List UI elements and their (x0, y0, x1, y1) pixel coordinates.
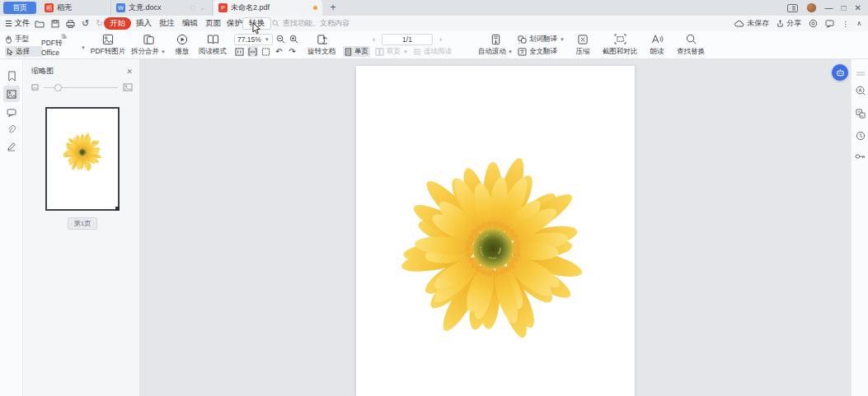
rotate-document-button[interactable]: 旋转文档 (303, 33, 340, 58)
share-button[interactable]: 分享 (777, 18, 801, 29)
translate-tools-button[interactable] (854, 107, 866, 119)
minimize-button[interactable]: — (825, 4, 833, 12)
ribbon-tab-home[interactable]: 开始 (104, 17, 131, 30)
tab-docer[interactable]: 稻 稻壳 (40, 0, 109, 16)
single-page-button[interactable]: 单页 (343, 46, 370, 57)
comments-panel-button[interactable] (3, 105, 20, 121)
pdf-to-office-button[interactable]: PDF转Office▼ (40, 33, 87, 58)
signature-panel-button[interactable] (3, 138, 20, 155)
rotate-left-icon: ↶ (275, 47, 282, 56)
close-button[interactable]: ✕ (855, 4, 861, 12)
read-aloud-button[interactable]: 朗读 (645, 33, 669, 58)
play-button[interactable]: 播放 (170, 33, 195, 58)
rotate-document-icon (317, 34, 327, 45)
full-translate-icon (518, 48, 527, 56)
unsaved-dot-indicator (313, 6, 317, 10)
cloud-save-status[interactable]: 未保存 (734, 18, 769, 29)
bookmark-icon (7, 71, 16, 82)
history-button[interactable] (854, 129, 866, 142)
feedback-message-icon[interactable] (825, 20, 834, 28)
prev-page-button[interactable]: ‹ (373, 35, 375, 44)
ribbon-toolbar: 手型 选择 PDF转Office▼ PDF转图片 拆分合并▼ 播放 阅读模式 7… (0, 31, 868, 59)
menu-bar: ☰ 文件 ↺ ↻ ▼ 开始 插入 批注 编辑 页面 保护 转换 查找功能、文档内… (0, 16, 868, 31)
open-folder-icon[interactable] (35, 20, 45, 28)
skin-settings-icon[interactable] (809, 19, 818, 28)
page-thumbnail-selected[interactable] (45, 107, 120, 211)
thumbnail-size-slider (31, 82, 133, 92)
paperclip-icon (7, 125, 16, 135)
right-tool-strip (851, 59, 868, 396)
auto-scroll-button[interactable]: 自动滚动▼ (475, 33, 516, 58)
new-tab-button[interactable]: + (326, 1, 340, 14)
zoom-in-button[interactable] (289, 34, 299, 44)
double-page-button[interactable]: 双页 ▼ (375, 46, 408, 57)
share-icon (777, 20, 784, 27)
screenshot-compare-icon (614, 34, 626, 44)
annotation-tools-button[interactable] (854, 150, 866, 162)
thumbnail-image-icon (7, 90, 16, 99)
fit-page-icon (261, 48, 270, 56)
rotate-right-button[interactable]: ↷ (287, 46, 298, 57)
fit-width-button[interactable] (247, 46, 258, 57)
attachments-panel-button[interactable] (3, 122, 20, 138)
full-translate-button[interactable]: 全文翻译 (518, 46, 569, 57)
chevron-down-icon: ▼ (265, 37, 270, 42)
maximize-button[interactable]: □ (842, 4, 847, 12)
play-icon (176, 34, 188, 45)
undo-icon[interactable]: ↺ (82, 18, 89, 29)
find-replace-button[interactable]: 查找替换 (673, 33, 709, 58)
document-canvas[interactable] (140, 59, 851, 396)
function-search-box[interactable]: 查找功能、文档内容 (272, 18, 350, 29)
menubar-right-cluster: 未保存 分享 ⋮ ∧ (734, 18, 861, 29)
print-icon[interactable] (66, 20, 75, 28)
view-tools-button[interactable] (854, 84, 866, 96)
small-thumbnail-icon (31, 84, 39, 91)
continuous-read-button[interactable]: 连续阅读 (413, 46, 452, 57)
file-menu[interactable]: ☰ 文件 (5, 18, 30, 29)
select-tool-button[interactable]: 选择 (5, 46, 43, 57)
thumbnails-panel-button[interactable] (3, 86, 20, 102)
pdf-page[interactable] (356, 66, 635, 396)
split-merge-button[interactable]: 拆分合并▼ (129, 33, 168, 58)
read-mode-button[interactable]: 阅读模式 (195, 33, 231, 58)
panel-close-icon[interactable]: ✕ (126, 68, 133, 76)
zoom-out-button[interactable] (275, 34, 286, 44)
compress-button[interactable]: 压缩 (570, 33, 595, 58)
left-panel-strip (0, 59, 23, 396)
pdf-doc-icon: P (218, 3, 228, 12)
dropdown-caret-icon: ▼ (161, 49, 166, 54)
pdf-to-image-button[interactable]: PDF转图片 (87, 33, 129, 58)
comment-icon (7, 109, 16, 117)
screenshot-compare-button[interactable]: 截图和对比 (597, 33, 643, 58)
strip-drag-handle[interactable] (854, 68, 866, 80)
wps-assistant-button[interactable] (832, 64, 848, 81)
circled-a-search-icon (856, 86, 866, 96)
dropdown-caret-icon: ▼ (508, 49, 513, 54)
tab-document-pdf-active[interactable]: P 未命名2.pdf (213, 0, 322, 16)
fit-page-button[interactable] (260, 46, 271, 57)
panel-title: 缩略图 (31, 66, 54, 77)
page-number-box[interactable]: 1/1 (382, 34, 433, 45)
hand-tool-button[interactable]: 手型 (5, 34, 43, 44)
tab-home[interactable]: 首页 (3, 2, 36, 14)
save-icon[interactable] (51, 20, 59, 28)
dropdown-caret-icon: ▼ (81, 45, 86, 50)
slider-track[interactable] (44, 87, 118, 88)
hand-icon (5, 35, 12, 44)
select-cursor-icon (7, 48, 13, 56)
actual-size-button[interactable] (234, 46, 245, 57)
tab-document-docx[interactable]: W 文竟.docx □ ⌄ (110, 0, 213, 16)
more-menu-icon[interactable]: ⋮ (842, 20, 849, 28)
slider-knob[interactable] (54, 84, 62, 91)
word-translate-button[interactable]: 划词翻译 ▼ (518, 34, 569, 44)
flower-thumbnail-image (63, 133, 102, 172)
large-thumbnail-icon (123, 83, 133, 91)
rotate-left-button[interactable]: ↶ (274, 46, 284, 57)
user-avatar[interactable] (806, 2, 817, 13)
side-panel-icon[interactable] (787, 4, 798, 12)
collapse-ribbon-icon[interactable]: ∧ (856, 20, 861, 27)
bookmarks-panel-button[interactable] (3, 68, 20, 84)
next-page-button[interactable]: › (439, 35, 442, 44)
redo-icon[interactable]: ↻ (96, 18, 103, 29)
compress-icon (577, 34, 589, 45)
